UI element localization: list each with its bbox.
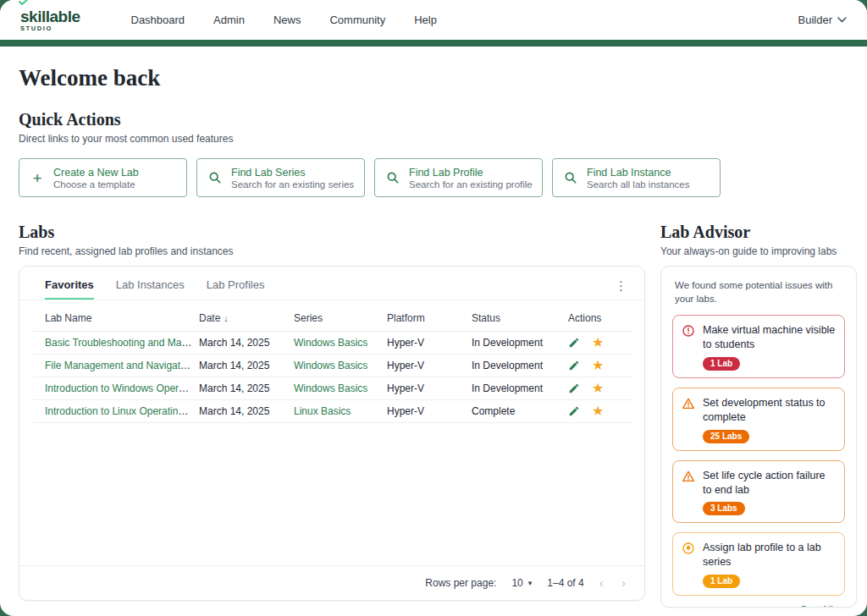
table-row: Basic Troubleshooting and Mainte... Marc… bbox=[33, 332, 632, 355]
search-icon bbox=[207, 170, 223, 185]
column-header-platform[interactable]: Platform bbox=[384, 304, 468, 332]
labs-card: Favorites Lab Instances Lab Profiles ⋮ bbox=[19, 266, 645, 601]
quick-action-subtitle: Choose a template bbox=[53, 179, 139, 190]
rows-per-page-select[interactable]: 10 ▾ bbox=[511, 577, 532, 589]
quick-actions-title: Quick Actions bbox=[19, 110, 857, 129]
lab-platform: Hyper-V bbox=[384, 355, 468, 377]
lab-name-link[interactable]: File Management and Navigation i... bbox=[45, 360, 196, 371]
nav-item-community[interactable]: Community bbox=[329, 14, 385, 26]
column-header-series[interactable]: Series bbox=[290, 304, 384, 332]
lab-status: In Development bbox=[468, 332, 565, 355]
lab-name-link[interactable]: Introduction to Windows Operatin... bbox=[45, 382, 196, 394]
issue-text: Set life cycle action failure to end lab bbox=[703, 469, 836, 498]
column-header-date[interactable]: Date↓ bbox=[196, 304, 290, 332]
main-content: Welcome back Quick Actions Direct links … bbox=[0, 47, 867, 616]
edit-icon[interactable] bbox=[568, 382, 580, 394]
plus-icon: + bbox=[30, 170, 45, 185]
advisor-subtitle: Your always-on guide to improving labs bbox=[660, 245, 857, 257]
chevron-right-icon: › bbox=[838, 604, 842, 608]
alert-triangle-icon bbox=[682, 397, 695, 410]
advisor-issue-vm-visibility[interactable]: Make virtual machine visible to students… bbox=[672, 315, 845, 378]
edit-icon[interactable] bbox=[568, 360, 580, 371]
lab-series-link[interactable]: Windows Basics bbox=[294, 337, 367, 349]
issue-text: Assign lab profile to a lab series bbox=[703, 541, 836, 569]
user-menu[interactable]: Builder bbox=[798, 14, 847, 26]
alert-triangle-icon bbox=[682, 470, 695, 483]
advisor-issue-dev-status[interactable]: Set development status to complete 25 La… bbox=[672, 388, 845, 451]
brand-logo[interactable]: skillable STUDIO bbox=[20, 8, 80, 32]
edit-icon[interactable] bbox=[568, 337, 580, 349]
quick-action-subtitle: Search for an existing profile bbox=[409, 179, 533, 190]
lab-advisor-section: Lab Advisor Your always-on guide to impr… bbox=[660, 223, 857, 608]
brand-subtitle: STUDIO bbox=[20, 25, 80, 32]
table-row: File Management and Navigation i... Marc… bbox=[33, 355, 632, 377]
quick-action-create-lab[interactable]: + Create a New Lab Choose a template bbox=[19, 158, 187, 197]
user-menu-label: Builder bbox=[798, 14, 832, 26]
lab-platform: Hyper-V bbox=[384, 377, 468, 400]
lab-date: March 14, 2025 bbox=[196, 355, 290, 377]
advisor-issue-assign-profile[interactable]: Assign lab profile to a lab series 1 Lab bbox=[672, 532, 845, 596]
logo-check-icon bbox=[19, 0, 30, 5]
lab-date: March 14, 2025 bbox=[196, 377, 290, 400]
quick-action-find-lab-instance[interactable]: Find Lab Instance Search all lab instanc… bbox=[552, 158, 721, 197]
favorite-star-icon[interactable]: ★ bbox=[592, 336, 604, 349]
advisor-issue-lifecycle[interactable]: Set life cycle action failure to end lab… bbox=[672, 460, 845, 524]
quick-action-subtitle: Search all lab instances bbox=[587, 179, 689, 190]
chevron-down-icon: ▾ bbox=[528, 579, 533, 587]
advisor-card: We found some potential issues with your… bbox=[660, 266, 857, 608]
lab-name-link[interactable]: Introduction to Linux Operating Sy... bbox=[45, 405, 196, 417]
sort-desc-icon: ↓ bbox=[224, 313, 229, 323]
lab-status: In Development bbox=[468, 377, 565, 400]
favorite-star-icon[interactable]: ★ bbox=[592, 382, 604, 395]
rows-per-page-label: Rows per page: bbox=[425, 577, 496, 589]
next-page-icon[interactable]: › bbox=[621, 576, 626, 590]
kebab-menu-icon[interactable]: ⋮ bbox=[608, 279, 634, 299]
issue-count-badge: 25 Labs bbox=[703, 430, 749, 443]
alert-circle-icon bbox=[682, 324, 695, 338]
labs-tabs-row: Favorites Lab Instances Lab Profiles ⋮ bbox=[19, 267, 644, 300]
quick-action-find-lab-profile[interactable]: Find Lab Profile Search for an existing … bbox=[374, 158, 543, 197]
quick-action-title: Find Lab Series bbox=[231, 167, 354, 179]
tab-lab-profiles[interactable]: Lab Profiles bbox=[207, 278, 265, 300]
issue-text: Make virtual machine visible to students bbox=[703, 323, 836, 352]
favorite-star-icon[interactable]: ★ bbox=[592, 359, 604, 372]
bell-circle-icon bbox=[682, 542, 695, 555]
labs-subtitle: Find recent, assigned lab profiles and i… bbox=[19, 245, 645, 257]
quick-action-title: Find Lab Profile bbox=[409, 167, 533, 179]
advisor-intro: We found some potential issues with your… bbox=[672, 278, 845, 305]
table-row: Introduction to Windows Operatin... Marc… bbox=[33, 377, 632, 400]
nav-menu: Dashboard Admin News Community Help bbox=[131, 14, 437, 26]
lab-series-link[interactable]: Linux Basics bbox=[294, 405, 351, 417]
table-header-row: Lab Name Date↓ Series Platform Status Ac… bbox=[33, 304, 632, 332]
issue-count-badge: 1 Lab bbox=[703, 357, 740, 371]
tab-lab-instances[interactable]: Lab Instances bbox=[116, 278, 185, 300]
favorite-star-icon[interactable]: ★ bbox=[592, 404, 604, 418]
previous-page-icon[interactable]: ‹ bbox=[599, 576, 604, 590]
edit-icon[interactable] bbox=[568, 405, 580, 417]
lab-name-link[interactable]: Basic Troubleshooting and Mainte... bbox=[45, 337, 196, 349]
lab-platform: Hyper-V bbox=[384, 400, 468, 423]
lab-series-link[interactable]: Windows Basics bbox=[294, 382, 367, 394]
nav-item-dashboard[interactable]: Dashboard bbox=[131, 14, 185, 26]
quick-action-title: Find Lab Instance bbox=[587, 167, 689, 179]
brand-name: skillable bbox=[20, 8, 80, 25]
lab-series-link[interactable]: Windows Basics bbox=[294, 360, 367, 371]
issue-count-badge: 1 Lab bbox=[703, 575, 740, 588]
column-header-lab-name[interactable]: Lab Name bbox=[33, 304, 196, 332]
column-header-status[interactable]: Status bbox=[468, 304, 565, 332]
labs-title: Labs bbox=[19, 223, 645, 242]
labs-section: Labs Find recent, assigned lab profiles … bbox=[19, 223, 645, 608]
quick-actions-subtitle: Direct links to your most common used fe… bbox=[19, 133, 857, 145]
table-pagination: Rows per page: 10 ▾ 1–4 of 4 ‹ › bbox=[19, 565, 644, 600]
lab-status: In Development bbox=[468, 355, 565, 377]
quick-action-find-lab-series[interactable]: Find Lab Series Search for an existing s… bbox=[196, 158, 365, 197]
nav-item-help[interactable]: Help bbox=[414, 14, 437, 26]
tab-favorites[interactable]: Favorites bbox=[45, 278, 94, 300]
nav-item-admin[interactable]: Admin bbox=[213, 14, 245, 26]
nav-item-news[interactable]: News bbox=[273, 14, 301, 26]
issue-text: Set development status to complete bbox=[703, 396, 836, 425]
see-all-link[interactable]: See All › bbox=[672, 604, 845, 608]
quick-action-subtitle: Search for an existing series bbox=[231, 179, 354, 190]
quick-actions-row: + Create a New Lab Choose a template Fin… bbox=[19, 158, 857, 197]
page-title: Welcome back bbox=[19, 65, 857, 91]
